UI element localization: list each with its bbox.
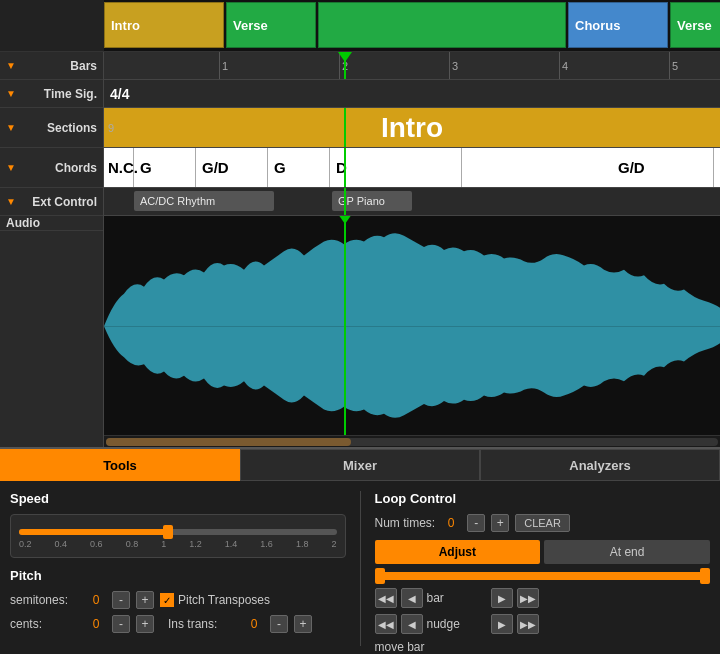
- nudge-label: nudge: [427, 617, 487, 631]
- bar-label: bar: [427, 591, 487, 605]
- right-content: 12345 4/4 9 Intro N.C.GG/DGDG/D AC/DC Rh…: [104, 52, 720, 447]
- left-labels: ▼ Bars ▼ Time Sig. ▼ Sections ▼ Chords ▼…: [0, 52, 104, 447]
- cents-value: 0: [86, 617, 106, 631]
- ins-trans-decrement[interactable]: -: [270, 615, 288, 633]
- main-area: ▼ Bars ▼ Time Sig. ▼ Sections ▼ Chords ▼…: [0, 52, 720, 447]
- chord-block[interactable]: G/D: [614, 148, 714, 187]
- cents-decrement[interactable]: -: [112, 615, 130, 633]
- ruler-mark: 5: [672, 52, 678, 79]
- nudge-next-single-btn[interactable]: ▶: [491, 614, 513, 634]
- chord-block[interactable]: G/D: [198, 148, 268, 187]
- nudge-prev-single-btn[interactable]: ◀: [401, 614, 423, 634]
- tab-analyzers[interactable]: Analyzers: [480, 449, 720, 481]
- scrollbar-thumb[interactable]: [106, 438, 351, 446]
- extctrl-row[interactable]: AC/DC RhythmGP Piano: [104, 188, 720, 216]
- cents-increment[interactable]: +: [136, 615, 154, 633]
- chords-row[interactable]: N.C.GG/DGDG/D: [104, 148, 720, 188]
- bar-prev-single-btn[interactable]: ◀: [401, 588, 423, 608]
- left-controls: Speed 0.2 0.4 0.6 0.8 1 1.2 1.4 1.6 1.8 …: [10, 491, 346, 646]
- chord-block[interactable]: G: [270, 148, 330, 187]
- semitones-row: semitones: 0 - + ✓ Pitch Transposes: [10, 591, 346, 609]
- chords-arrow: ▼: [6, 162, 16, 173]
- nudge-nav-row: ◀◀ ◀ nudge ▶ ▶▶: [375, 614, 711, 634]
- extctrl-arrow: ▼: [6, 196, 16, 207]
- loop-slider-track[interactable]: [375, 572, 711, 580]
- speed-slider-labels: 0.2 0.4 0.6 0.8 1 1.2 1.4 1.6 1.8 2: [19, 539, 337, 549]
- ext-block[interactable]: AC/DC Rhythm: [134, 191, 274, 211]
- num-times-row: Num times: 0 - + CLEAR: [375, 514, 711, 532]
- loop-slider-fill: [375, 572, 711, 580]
- top-segment[interactable]: [318, 2, 566, 48]
- ruler-mark: 4: [562, 52, 568, 79]
- pitch-title: Pitch: [10, 568, 346, 583]
- waveform-svg: [104, 216, 720, 435]
- chord-block[interactable]: G: [136, 148, 196, 187]
- ruler-line: [219, 52, 220, 79]
- nudge-next-btn[interactable]: ▶▶: [517, 614, 539, 634]
- ins-trans-increment[interactable]: +: [294, 615, 312, 633]
- timesig-arrow: ▼: [6, 88, 16, 99]
- ext-playhead: [344, 188, 346, 215]
- ruler-line: [669, 52, 670, 79]
- clear-button[interactable]: CLEAR: [515, 514, 570, 532]
- bar-prev-btn[interactable]: ◀◀: [375, 588, 397, 608]
- loop-slider-left-handle[interactable]: [375, 568, 385, 584]
- sections-label: Sections: [47, 121, 97, 135]
- top-segment[interactable]: Verse: [670, 2, 720, 48]
- speed-slider-thumb[interactable]: [163, 525, 173, 539]
- semitones-decrement[interactable]: -: [112, 591, 130, 609]
- sections-row[interactable]: 9 Intro: [104, 108, 720, 148]
- tab-mixer[interactable]: Mixer: [240, 449, 480, 481]
- top-label-area: [0, 0, 104, 51]
- nudge-prev-btn[interactable]: ◀◀: [375, 614, 397, 634]
- speed-slider-track[interactable]: [19, 529, 337, 535]
- ruler-playhead-triangle: [338, 52, 352, 62]
- speed-title: Speed: [10, 491, 346, 506]
- bars-label: Bars: [70, 59, 97, 73]
- timesig-row: 4/4: [104, 80, 720, 108]
- tab-tools[interactable]: Tools: [0, 449, 240, 481]
- timesig-label: Time Sig.: [44, 87, 97, 101]
- chord-block[interactable]: D: [332, 148, 462, 187]
- at-end-button[interactable]: At end: [544, 540, 710, 564]
- sections-arrow: ▼: [6, 122, 16, 133]
- num-times-value: 0: [441, 516, 461, 530]
- scrollbar-track[interactable]: [106, 438, 718, 446]
- adjust-row: Adjust At end: [375, 540, 711, 564]
- pitch-transposes-checkbox[interactable]: ✓: [160, 593, 174, 607]
- adjust-button[interactable]: Adjust: [375, 540, 541, 564]
- sections-label-row: ▼ Sections: [0, 108, 103, 148]
- scrollbar-container[interactable]: [104, 435, 720, 447]
- chords-label-row: ▼ Chords: [0, 148, 103, 188]
- extctrl-label: Ext Control: [32, 195, 97, 209]
- ruler-line: [559, 52, 560, 79]
- speed-slider-container[interactable]: 0.2 0.4 0.6 0.8 1 1.2 1.4 1.6 1.8 2: [10, 514, 346, 558]
- bar-next-btn[interactable]: ▶▶: [517, 588, 539, 608]
- ruler-row[interactable]: 12345: [104, 52, 720, 80]
- cents-label: cents:: [10, 617, 80, 631]
- svg-rect-1: [104, 216, 720, 435]
- num-times-decrement[interactable]: -: [467, 514, 485, 532]
- num-times-increment[interactable]: +: [491, 514, 509, 532]
- ruler-mark: 1: [222, 52, 228, 79]
- ruler-line: [449, 52, 450, 79]
- audio-playhead: [344, 216, 346, 435]
- audio-row: [104, 216, 720, 435]
- top-segment[interactable]: Verse: [226, 2, 316, 48]
- ins-trans-label: Ins trans:: [168, 617, 238, 631]
- top-segment[interactable]: Chorus: [568, 2, 668, 48]
- timesig-label-row: ▼ Time Sig.: [0, 80, 103, 108]
- pitch-transposes-label: ✓ Pitch Transposes: [160, 593, 270, 607]
- section-block-intro: Intro: [104, 108, 720, 147]
- right-controls: Loop Control Num times: 0 - + CLEAR Adju…: [375, 491, 711, 646]
- bar-next-single-btn[interactable]: ▶: [491, 588, 513, 608]
- semitones-increment[interactable]: +: [136, 591, 154, 609]
- pitch-section: Pitch semitones: 0 - + ✓ Pitch Transpose…: [10, 568, 346, 633]
- bars-arrow: ▼: [6, 60, 16, 71]
- movebar-label: move bar: [375, 640, 435, 654]
- pitch-transposes-text: Pitch Transposes: [178, 593, 270, 607]
- top-segment[interactable]: Intro: [104, 2, 224, 48]
- chord-block[interactable]: N.C.: [104, 148, 134, 187]
- bars-label-row: ▼ Bars: [0, 52, 103, 80]
- loop-slider-right-handle[interactable]: [700, 568, 710, 584]
